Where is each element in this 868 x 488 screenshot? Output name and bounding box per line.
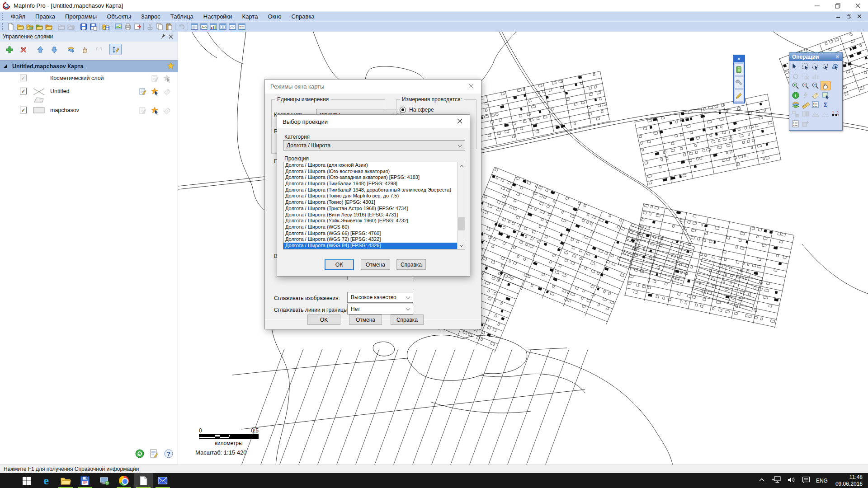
new-graph-icon[interactable] — [208, 23, 218, 31]
new-layout-icon[interactable] — [218, 23, 227, 31]
change-zoom-tool[interactable]: ? — [811, 81, 821, 90]
scroll-thumb[interactable] — [458, 217, 465, 230]
layer-labels-icon[interactable] — [163, 107, 171, 116]
map-options-ok-button[interactable]: OK — [307, 314, 340, 325]
save-workspace-icon[interactable] — [101, 23, 110, 31]
drag-map-window-tool[interactable] — [821, 90, 830, 100]
info-tool-tool[interactable]: i — [791, 90, 801, 100]
layer-labels-icon[interactable] — [163, 88, 171, 97]
new-legend-icon[interactable] — [237, 23, 246, 31]
menu-правка[interactable]: Правка — [30, 12, 60, 21]
layer-visibility-checkbox[interactable]: ✓ — [20, 88, 27, 94]
tree-collapse-icon[interactable] — [4, 65, 7, 68]
projection-list-item[interactable]: Долгота / Широта (для южной Азии) — [283, 162, 457, 169]
menubar-grip[interactable] — [2, 13, 4, 20]
projection-titlebar[interactable]: Выбор проекции — [277, 115, 470, 128]
layer-visibility-checkbox[interactable]: ✓ — [20, 75, 27, 81]
print-icon[interactable] — [123, 23, 132, 31]
taskbar-mail-icon[interactable] — [153, 473, 172, 488]
taskbar-mapinfo-document-icon[interactable] — [134, 473, 153, 488]
map-options-help-button[interactable]: Справка — [391, 314, 424, 325]
tray-chevron-icon[interactable] — [758, 477, 765, 485]
map-node-row[interactable]: Untitled,mapchasov Карта — [0, 61, 178, 72]
projection-list-item[interactable]: Долгота / Широта (WGS 66) [EPSG: 4760] — [283, 230, 457, 237]
layer-selectable-icon[interactable] — [163, 75, 171, 84]
smooth-image-combobox[interactable]: Высокое качество — [347, 292, 413, 303]
projection-list-item[interactable]: Долгота / Широта (Тристан Астро 1968) [E… — [283, 206, 457, 212]
label-tool-tool[interactable] — [811, 90, 821, 100]
pan-tool[interactable] — [821, 81, 830, 90]
mdi-restore-button[interactable] — [847, 14, 851, 19]
sphere-radio[interactable]: На сфере — [400, 107, 434, 113]
taskbar-floppy-app-icon[interactable] — [75, 473, 94, 488]
legend-tool[interactable] — [811, 100, 821, 109]
layer-style-swatch[interactable] — [32, 88, 46, 103]
projection-list-item[interactable]: Долгота / Широта (WGS 72) [EPSG: 4322] — [283, 236, 457, 243]
projection-list-item[interactable]: Долгота / Широта (Вити Леву 1916) [EPSG:… — [283, 212, 457, 218]
projection-listbox[interactable]: Долгота / Широта (для южной Азии)Долгота… — [283, 162, 465, 249]
mini-toolbar-close-icon[interactable]: ✕ — [734, 56, 744, 62]
scroll-up-icon[interactable] — [458, 162, 465, 169]
map-options-close-icon[interactable] — [467, 83, 476, 90]
layer-control-tool[interactable] — [791, 100, 801, 109]
projection-close-icon[interactable] — [455, 118, 464, 125]
copy-icon[interactable] — [155, 23, 164, 31]
language-indicator[interactable]: ENG — [816, 478, 828, 484]
new-table-icon[interactable] — [6, 23, 15, 31]
projection-list-item[interactable]: Долгота / Широта (Юго-западная акватория… — [283, 174, 457, 181]
smooth-lines-combobox[interactable]: Нет — [347, 304, 413, 314]
open-odbc-table-icon[interactable] — [25, 23, 34, 31]
select-radius-tool[interactable] — [811, 62, 821, 71]
menu-объекты[interactable]: Объекты — [102, 12, 136, 21]
select-polygon-tool[interactable] — [821, 62, 830, 71]
new-map-icon[interactable] — [199, 23, 208, 31]
menu-справка[interactable]: Справка — [287, 12, 320, 21]
layer-style-swatch[interactable] — [32, 107, 46, 114]
projection-list-item[interactable]: Долгота / Широта (Юго-восточная акватори… — [283, 169, 457, 175]
taskbar-chrome-icon[interactable] — [114, 473, 133, 488]
network-icon[interactable] — [771, 476, 781, 485]
hand-tool-button[interactable] — [79, 44, 91, 55]
projection-cancel-button[interactable]: Отмена — [361, 259, 390, 270]
paste-icon[interactable] — [164, 23, 174, 31]
operations-titlebar[interactable]: Операции ✕ — [789, 53, 842, 61]
open-table-icon[interactable] — [15, 23, 25, 31]
layer-editable-icon[interactable] — [139, 107, 147, 116]
zoom-out-tool[interactable] — [801, 81, 811, 90]
add-layer-button[interactable] — [3, 44, 15, 55]
category-combobox[interactable]: Долгота / Широта — [283, 140, 465, 150]
select-marquee-tool[interactable] — [801, 62, 811, 71]
toolbar-grip[interactable] — [2, 23, 4, 30]
projection-ok-button[interactable]: OK — [325, 259, 354, 270]
layer-row[interactable]: ✓mapchasov — [0, 104, 178, 117]
menu-окно[interactable]: Окно — [263, 12, 286, 21]
save-copy-icon[interactable] — [88, 23, 98, 31]
taskbar-edge-icon[interactable]: e — [37, 473, 56, 488]
open-universal-data-icon[interactable] — [44, 23, 53, 31]
map-options-cancel-button[interactable]: Отмена — [349, 314, 382, 325]
edit-style-button[interactable] — [149, 449, 160, 459]
map-appearance-icon[interactable] — [167, 62, 174, 70]
menu-запрос[interactable]: Запрос — [136, 12, 165, 21]
projection-list-item[interactable]: Долгота / Широта (Тимбалай 1948, доработ… — [283, 187, 457, 193]
save-table-icon[interactable] — [79, 23, 88, 31]
open-web-service-icon[interactable] — [34, 23, 44, 31]
layer-visibility-checkbox[interactable]: ✓ — [20, 107, 27, 113]
mdi-minimize-button[interactable] — [836, 14, 840, 19]
scalebar-tool-tool[interactable]: 15 — [830, 109, 840, 119]
select-boundary-tool[interactable] — [830, 62, 840, 71]
panel-close-icon[interactable] — [167, 33, 175, 40]
menu-карта[interactable]: Карта — [237, 12, 263, 21]
statistics-tool[interactable]: Σ — [821, 100, 830, 109]
toolkit-button[interactable] — [735, 76, 743, 89]
layer-editable-icon[interactable] — [151, 75, 159, 84]
projection-help-button[interactable]: Справка — [396, 259, 426, 270]
new-browser-icon[interactable] — [189, 23, 199, 31]
projection-list-item[interactable]: Долгота / Широта (Токио для MapInfo вер.… — [283, 193, 457, 199]
projection-list-item[interactable]: Долгота / Широта (Уэйк-Эниветок 1960) [E… — [283, 218, 457, 224]
district-list-tool[interactable] — [791, 119, 801, 128]
layer-selectable-icon[interactable] — [151, 88, 159, 97]
projection-list-item[interactable]: Долгота / Широта (Токио) [EPSG: 4301] — [283, 199, 457, 206]
projection-list-item[interactable]: Долгота / Широта (WGS 60) — [283, 224, 457, 230]
menu-настройки[interactable]: Настройки — [198, 12, 237, 21]
